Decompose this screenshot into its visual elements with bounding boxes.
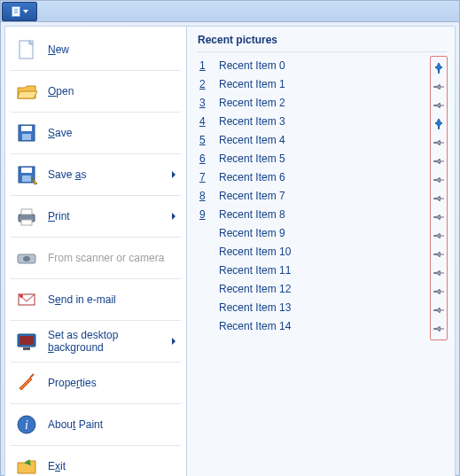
svg-point-11	[23, 256, 30, 261]
menu-item-about[interactable]: iAbout Paint	[5, 405, 186, 444]
menu-item-label: Exit	[41, 460, 179, 472]
menu-item-props[interactable]: Properties	[5, 363, 186, 402]
pin-unpinned-icon[interactable]	[432, 228, 446, 243]
pin-pinned-icon[interactable]	[432, 116, 446, 131]
menu-item-label: Print	[41, 210, 172, 222]
menu-item-save[interactable]: Save	[5, 113, 186, 152]
chevron-down-icon	[23, 10, 28, 13]
pin-unpinned-icon[interactable]	[432, 79, 446, 94]
recent-item[interactable]: 3Recent Item 2	[198, 93, 426, 112]
svg-rect-3	[22, 134, 31, 140]
pin-unpinned-icon[interactable]	[432, 321, 446, 336]
pin-unpinned-icon[interactable]	[432, 209, 446, 224]
menu-item-desktop[interactable]: Set as desktop background	[5, 322, 186, 361]
submenu-arrow-icon	[172, 171, 175, 178]
pin-unpinned-icon[interactable]	[432, 98, 446, 113]
recent-item-number: 4	[198, 115, 215, 128]
recent-item-name: Recent Item 2	[215, 97, 426, 109]
recent-item-name: Recent Item 5	[215, 152, 426, 165]
menu-separator	[11, 195, 181, 196]
svg-rect-5	[21, 168, 32, 173]
saveas-icon	[12, 162, 41, 187]
menu-separator	[11, 445, 181, 446]
recent-item[interactable]: 5Recent Item 4	[198, 130, 426, 149]
recent-item-name: Recent Item 8	[215, 208, 426, 221]
recent-item-name: Recent Item 12	[215, 283, 426, 295]
recent-item-name: Recent Item 6	[215, 171, 426, 183]
recent-item-name: Recent Item 0	[215, 59, 426, 72]
menu-separator	[11, 278, 181, 279]
app-menu-button[interactable]	[2, 2, 37, 21]
recent-item-number: 7	[198, 171, 215, 183]
open-icon	[12, 79, 41, 104]
recent-item-name: Recent Item 13	[215, 301, 426, 314]
recent-item[interactable]: Recent Item 14	[198, 316, 426, 335]
recent-item-name: Recent Item 10	[215, 246, 426, 258]
recent-item-number: 1	[198, 59, 215, 72]
recent-item[interactable]: 1Recent Item 0	[198, 56, 426, 74]
recent-item[interactable]: Recent Item 11	[198, 261, 426, 279]
recent-title: Recent pictures	[198, 32, 448, 52]
recent-item[interactable]: 2Recent Item 1	[198, 74, 426, 93]
pin-unpinned-icon[interactable]	[432, 153, 446, 168]
menu-item-new[interactable]: New	[5, 30, 186, 69]
submenu-arrow-icon	[172, 213, 175, 220]
menu-item-label: Properties	[41, 377, 179, 389]
recent-list: 1Recent Item 02Recent Item 13Recent Item…	[198, 56, 448, 476]
pin-unpinned-icon[interactable]	[432, 246, 446, 261]
recent-item-number: 5	[198, 134, 215, 146]
menu-item-label: New	[41, 43, 179, 56]
pin-pinned-icon[interactable]	[432, 60, 446, 75]
recent-item-name: Recent Item 9	[215, 227, 426, 239]
svg-rect-16	[23, 347, 30, 350]
menu-item-open[interactable]: Open	[5, 72, 186, 111]
menu-item-print[interactable]: Print	[5, 197, 186, 236]
menu-separator	[11, 403, 181, 404]
menu-item-label: Set as desktop background	[41, 329, 172, 354]
menu-item-label: About Paint	[41, 418, 179, 431]
recent-item[interactable]: 7Recent Item 6	[198, 168, 426, 186]
recent-item[interactable]: 9Recent Item 8	[198, 205, 426, 223]
menu-separator	[11, 237, 181, 238]
menu-separator	[11, 70, 181, 71]
pin-unpinned-icon[interactable]	[432, 191, 446, 206]
recent-item[interactable]: Recent Item 13	[198, 298, 426, 316]
document-icon	[12, 6, 20, 17]
recent-item[interactable]: Recent Item 10	[198, 242, 426, 261]
svg-rect-2	[21, 126, 32, 131]
print-icon	[12, 204, 41, 229]
menu-separator	[11, 362, 181, 363]
recent-item[interactable]: 4Recent Item 3	[198, 112, 426, 130]
scanner-icon	[12, 246, 41, 270]
menu-item-saveas[interactable]: Save as	[5, 155, 186, 194]
recent-item-name: Recent Item 7	[215, 190, 426, 202]
pin-unpinned-icon[interactable]	[432, 284, 446, 299]
svg-rect-9	[21, 220, 32, 225]
pin-unpinned-icon[interactable]	[432, 302, 446, 317]
menu-separator	[11, 153, 181, 154]
recent-item-name: Recent Item 14	[215, 320, 426, 332]
menu-item-label: Send in e-mail	[41, 293, 179, 306]
desktop-icon	[12, 329, 41, 354]
recent-item-number: 3	[198, 97, 215, 109]
menu-separator	[11, 112, 181, 113]
recent-item-number: 9	[198, 208, 215, 221]
recent-item[interactable]: 8Recent Item 7	[198, 186, 426, 205]
new-icon	[12, 37, 41, 62]
pin-unpinned-icon[interactable]	[432, 135, 446, 150]
menu-item-label: Save as	[41, 168, 172, 181]
pin-column	[430, 56, 448, 340]
recent-item-number: 8	[198, 190, 215, 202]
recent-item[interactable]: Recent Item 9	[198, 223, 426, 242]
about-icon: i	[12, 412, 41, 437]
menu-item-exit[interactable]: Exit	[5, 447, 186, 476]
recent-item[interactable]: 6Recent Item 5	[198, 149, 426, 168]
menu-item-email[interactable]: Send in e-mail	[5, 280, 186, 319]
recent-item[interactable]: Recent Item 12	[198, 279, 426, 298]
recent-item-number: 2	[198, 78, 215, 90]
menu-item-scanner: From scanner or camera	[5, 238, 186, 277]
svg-rect-8	[21, 209, 32, 215]
pin-unpinned-icon[interactable]	[432, 172, 446, 187]
pin-unpinned-icon[interactable]	[432, 265, 446, 280]
recent-panel: Recent pictures 1Recent Item 02Recent It…	[187, 26, 456, 476]
